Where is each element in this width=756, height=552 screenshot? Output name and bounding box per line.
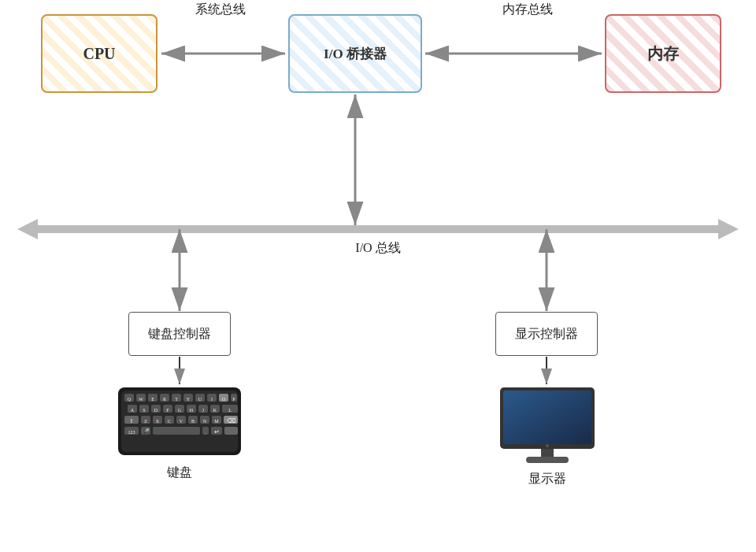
svg-rect-77 [526, 457, 569, 463]
keyboard-ctrl-box: 键盘控制器 [128, 312, 231, 356]
svg-text:D: D [154, 408, 158, 413]
display-ctrl-label: 显示控制器 [515, 326, 578, 343]
svg-text:H: H [190, 408, 194, 413]
svg-text:S: S [143, 408, 145, 413]
svg-text:N: N [203, 419, 207, 424]
svg-text:I: I [211, 397, 213, 402]
io-bus-left-arrow [17, 219, 38, 239]
svg-text:K: K [213, 408, 217, 413]
svg-text:X: X [156, 419, 160, 424]
diagram: CPU I/O 桥接器 内存 系统总线 内存总线 [0, 0, 756, 552]
arrows-svg [0, 0, 756, 551]
monitor-device-label: 显示器 [496, 471, 598, 487]
svg-text:L: L [228, 408, 232, 413]
svg-text:Q: Q [128, 397, 132, 402]
svg-text:G: G [178, 408, 182, 413]
svg-text:O: O [222, 397, 226, 402]
keyboard-icon: Q W E R T Y U I O P A S D F G H J K L [117, 386, 243, 457]
svg-rect-75 [503, 391, 591, 444]
monitor-icon [496, 386, 598, 465]
svg-text:C: C [168, 419, 171, 424]
svg-text:↵: ↵ [214, 428, 220, 435]
io-bus-right-arrow [718, 219, 739, 239]
svg-text:🎤: 🎤 [142, 428, 150, 435]
svg-text:V: V [180, 419, 183, 424]
svg-rect-76 [541, 449, 554, 457]
svg-text:U: U [198, 397, 202, 402]
svg-text:⇧: ⇧ [129, 418, 134, 424]
svg-text:R: R [163, 397, 166, 402]
svg-text:Z: Z [144, 419, 147, 424]
svg-text:Y: Y [187, 397, 191, 402]
svg-text:123: 123 [128, 430, 135, 435]
svg-text:W: W [139, 397, 143, 402]
svg-point-78 [546, 444, 549, 447]
display-ctrl-box: 显示控制器 [495, 312, 598, 356]
svg-text:E: E [151, 397, 154, 402]
keyboard-device-label: 键盘 [117, 465, 243, 481]
io-bus-label: I/O 总线 [0, 240, 756, 257]
svg-rect-67 [224, 427, 238, 435]
svg-text:T: T [175, 397, 178, 402]
svg-text:M: M [214, 419, 219, 424]
svg-text:⌫: ⌫ [227, 417, 235, 424]
keyboard-ctrl-label: 键盘控制器 [148, 326, 211, 343]
svg-text:A: A [131, 408, 135, 413]
svg-text:B: B [191, 419, 195, 424]
